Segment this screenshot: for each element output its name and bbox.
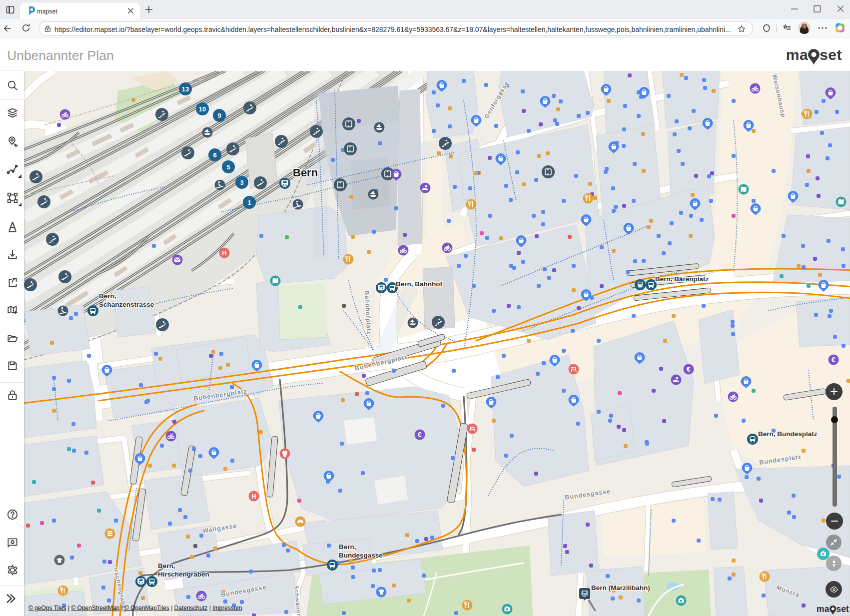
svg-text:€: € bbox=[418, 431, 422, 439]
svg-text:13: 13 bbox=[182, 85, 189, 93]
svg-text:Bern: Bern bbox=[293, 166, 318, 179]
svg-text:Bern, Bärenplatz: Bern, Bärenplatz bbox=[655, 275, 709, 283]
svg-text:€: € bbox=[687, 365, 691, 373]
svg-text:Bundesgasse: Bundesgasse bbox=[339, 552, 383, 559]
svg-text:Bern, Bahnhof: Bern, Bahnhof bbox=[396, 280, 443, 288]
svg-text:H: H bbox=[251, 493, 256, 500]
svg-text:Bern,: Bern, bbox=[339, 543, 356, 551]
svg-text:1: 1 bbox=[247, 199, 251, 206]
svg-text:Schanzenstrasse: Schanzenstrasse bbox=[99, 301, 154, 308]
svg-text:5: 5 bbox=[226, 163, 230, 171]
svg-text:€: € bbox=[832, 356, 836, 364]
svg-text:Bern,: Bern, bbox=[158, 562, 175, 570]
svg-text:H: H bbox=[222, 249, 226, 257]
svg-text:10: 10 bbox=[199, 105, 206, 113]
svg-text:Hirschengraben: Hirschengraben bbox=[158, 571, 209, 578]
svg-text:Bern, Bundesplatz: Bern, Bundesplatz bbox=[758, 430, 818, 438]
svg-text:6: 6 bbox=[213, 151, 216, 159]
svg-text:Bern,: Bern, bbox=[99, 292, 116, 300]
svg-text:3: 3 bbox=[240, 179, 243, 186]
svg-text:9: 9 bbox=[217, 112, 221, 119]
svg-text:Bern (Marzilibahn): Bern (Marzilibahn) bbox=[591, 584, 650, 592]
